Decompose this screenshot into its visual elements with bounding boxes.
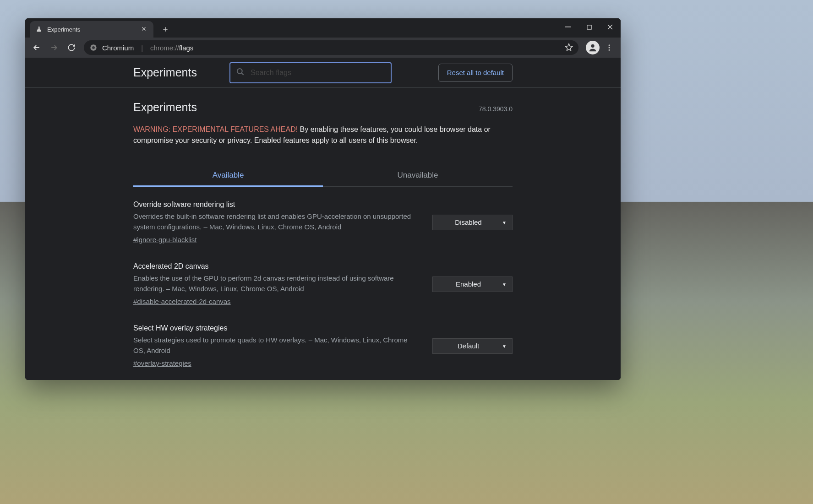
search-flags-box[interactable]: [229, 62, 392, 83]
reset-all-button[interactable]: Reset all to default: [438, 64, 513, 82]
flag-anchor-link[interactable]: #overlay-strategies: [133, 359, 191, 367]
profile-avatar-button[interactable]: [586, 41, 600, 54]
omnibox-separator: |: [141, 44, 143, 52]
tab-available-label: Available: [213, 171, 244, 179]
reload-button[interactable]: [64, 40, 79, 55]
flag-title: Override software rendering list: [133, 201, 414, 209]
flags-header: Experiments Reset all to default: [25, 58, 621, 88]
forward-button[interactable]: [46, 40, 62, 55]
flag-select-value: Default: [458, 342, 480, 350]
svg-rect-0: [565, 27, 571, 27]
chromium-icon: [89, 43, 98, 52]
flag-select-value: Enabled: [456, 280, 481, 288]
browser-toolbar: Chromium | chrome://flags: [25, 38, 621, 58]
svg-point-6: [609, 47, 610, 49]
omnibox-protocol: Chromium: [102, 44, 134, 52]
svg-point-5: [609, 44, 610, 46]
svg-point-4: [591, 44, 594, 48]
tab-title: Experiments: [47, 26, 135, 33]
tab-unavailable-label: Unavailable: [398, 171, 438, 179]
kebab-menu-button[interactable]: [601, 40, 617, 55]
flag-select[interactable]: Enabled: [432, 276, 513, 292]
warning-prefix: WARNING: EXPERIMENTAL FEATURES AHEAD!: [133, 125, 298, 133]
flag-select[interactable]: Disabled: [432, 215, 513, 230]
minimize-button[interactable]: [557, 18, 578, 36]
header-title: Experiments: [133, 66, 220, 79]
flag-anchor-link[interactable]: #disable-accelerated-2d-canvas: [133, 298, 231, 305]
tab-unavailable[interactable]: Unavailable: [323, 164, 513, 186]
new-tab-button[interactable]: [159, 23, 172, 36]
version-text: 78.0.3903.0: [479, 105, 513, 113]
svg-rect-1: [587, 25, 591, 29]
page-viewport: Experiments Reset all to default 78.0.39…: [25, 58, 621, 380]
flags-page[interactable]: Experiments Reset all to default 78.0.39…: [25, 58, 621, 380]
svg-point-3: [92, 46, 95, 49]
flag-row: Accelerated 2D canvas Enables the use of…: [133, 249, 513, 310]
bookmark-star-icon[interactable]: [565, 43, 573, 53]
flag-select-value: Disabled: [455, 218, 481, 226]
flask-icon: [35, 26, 43, 33]
flag-anchor-link[interactable]: #ignore-gpu-blacklist: [133, 236, 196, 244]
svg-point-8: [237, 68, 242, 73]
close-icon[interactable]: [140, 25, 148, 33]
window-controls: [557, 18, 621, 36]
back-button[interactable]: [29, 40, 44, 55]
flags-tabs: Available Unavailable: [133, 164, 513, 187]
flag-select[interactable]: Default: [432, 338, 513, 354]
browser-window: Experiments Chromium |: [25, 18, 621, 380]
browser-tab[interactable]: Experiments: [30, 21, 153, 38]
search-flags-input[interactable]: [251, 69, 385, 77]
omnibox-url: chrome://flags: [150, 44, 193, 52]
tab-strip: Experiments: [25, 18, 621, 38]
warning-text: WARNING: EXPERIMENTAL FEATURES AHEAD! By…: [133, 124, 513, 146]
search-icon: [236, 67, 245, 78]
tab-available[interactable]: Available: [133, 164, 323, 186]
flag-description: Select strategies used to promote quads …: [133, 335, 414, 356]
svg-point-7: [609, 49, 610, 51]
flag-description: Enables the use of the GPU to perform 2d…: [133, 273, 414, 294]
flag-title: Select HW overlay strategies: [133, 324, 414, 332]
flag-row: Override software rendering list Overrid…: [133, 187, 513, 249]
flag-title: Accelerated 2D canvas: [133, 262, 414, 271]
window-close-button[interactable]: [600, 18, 621, 36]
reset-all-label: Reset all to default: [447, 69, 504, 76]
page-title: Experiments: [133, 101, 513, 114]
address-bar[interactable]: Chromium | chrome://flags: [84, 40, 578, 55]
flag-description: Overrides the built-in software renderin…: [133, 211, 414, 232]
flag-row: Select HW overlay strategies Select stra…: [133, 310, 513, 372]
maximize-button[interactable]: [578, 18, 600, 36]
